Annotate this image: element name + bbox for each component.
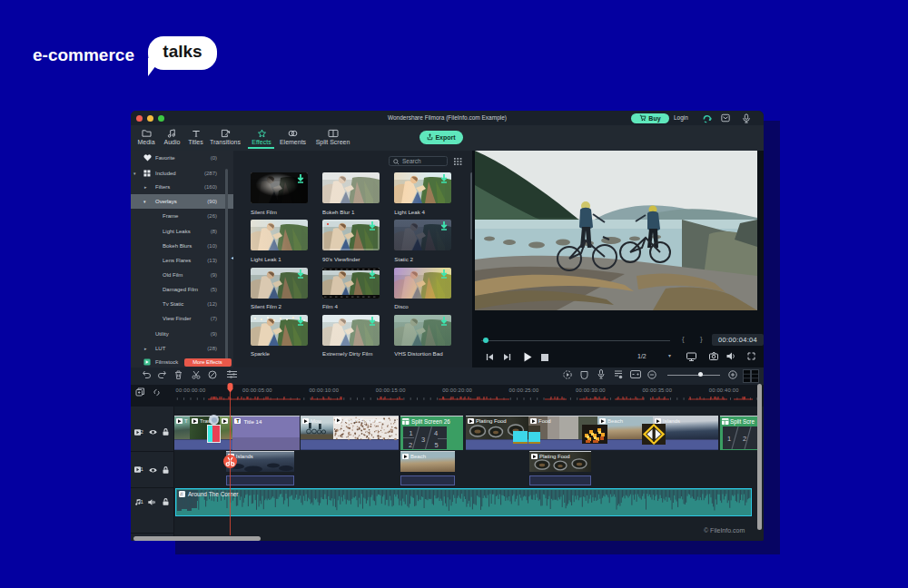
svg-text:1: 1 [410,429,413,437]
svg-text:3: 3 [421,436,425,444]
svg-text:4: 4 [434,429,438,437]
svg-text:1: 1 [727,435,731,443]
svg-text:2: 2 [409,441,412,449]
svg-text:2: 2 [743,435,746,443]
svg-text:5: 5 [435,441,439,449]
